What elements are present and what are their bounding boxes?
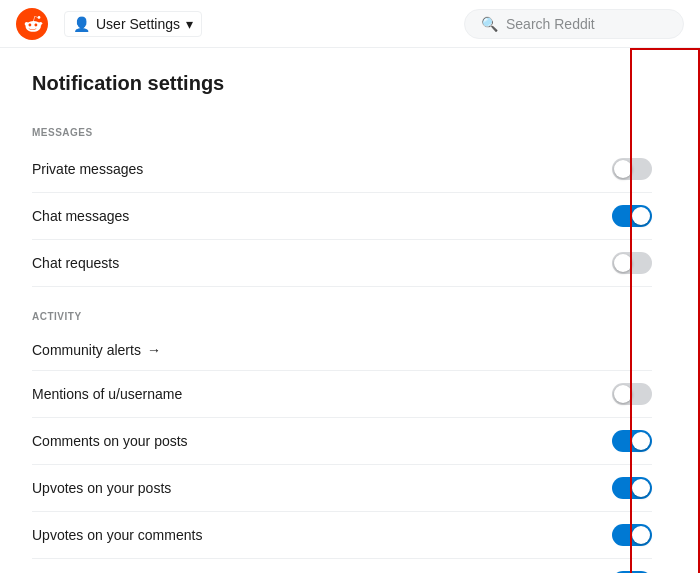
mentions-toggle[interactable] (612, 383, 652, 405)
chat-messages-row: Chat messages (32, 193, 652, 240)
messages-section-label: MESSAGES (32, 119, 652, 142)
comments-on-posts-label: Comments on your posts (32, 433, 188, 449)
dropdown-chevron-icon: ▾ (186, 16, 193, 32)
chat-requests-toggle[interactable] (612, 252, 652, 274)
messages-section: MESSAGES Private messages Chat messages (32, 119, 652, 287)
upvotes-on-comments-label: Upvotes on your comments (32, 527, 202, 543)
reddit-icon (16, 8, 48, 40)
chat-requests-toggle-thumb (614, 254, 632, 272)
upvotes-on-posts-row: Upvotes on your posts (32, 465, 652, 512)
mentions-toggle-thumb (614, 385, 632, 403)
reddit-logo[interactable] (16, 8, 48, 40)
private-messages-label: Private messages (32, 161, 143, 177)
main-content: Notification settings MESSAGES Private m… (0, 48, 700, 573)
activity-section: ACTIVITY Community alerts → Mentions of … (32, 303, 652, 573)
chat-messages-toggle-thumb (632, 207, 650, 225)
header: 👤 User Settings ▾ 🔍 Search Reddit (0, 0, 700, 48)
private-messages-toggle-thumb (614, 160, 632, 178)
upvotes-on-posts-label: Upvotes on your posts (32, 480, 171, 496)
upvotes-on-posts-toggle[interactable] (612, 477, 652, 499)
community-alerts-label: Community alerts (32, 342, 141, 358)
comments-on-posts-toggle-track (612, 430, 652, 452)
community-alerts-arrow-icon: → (147, 342, 161, 358)
chat-messages-label: Chat messages (32, 208, 129, 224)
upvotes-on-comments-row: Upvotes on your comments (32, 512, 652, 559)
comments-on-posts-toggle-thumb (632, 432, 650, 450)
upvotes-on-posts-toggle-track (612, 477, 652, 499)
upvotes-on-comments-toggle-thumb (632, 526, 650, 544)
page-title: Notification settings (32, 72, 652, 95)
chat-messages-toggle-track (612, 205, 652, 227)
private-messages-toggle[interactable] (612, 158, 652, 180)
community-alerts-row[interactable]: Community alerts → (32, 330, 652, 371)
upvotes-on-comments-toggle-track (612, 524, 652, 546)
chat-messages-toggle[interactable] (612, 205, 652, 227)
private-messages-row: Private messages (32, 146, 652, 193)
user-settings-label: User Settings (96, 16, 180, 32)
chat-requests-label: Chat requests (32, 255, 119, 271)
upvotes-on-comments-toggle[interactable] (612, 524, 652, 546)
comments-on-posts-row: Comments on your posts (32, 418, 652, 465)
settings-area: Notification settings MESSAGES Private m… (32, 72, 652, 573)
community-alerts-link[interactable]: Community alerts → (32, 342, 161, 358)
comments-on-posts-toggle[interactable] (612, 430, 652, 452)
search-bar[interactable]: 🔍 Search Reddit (464, 9, 684, 39)
mentions-toggle-track (612, 383, 652, 405)
activity-section-label: ACTIVITY (32, 303, 652, 326)
replies-to-comments-row: Replies to your comments (32, 559, 652, 573)
mentions-row: Mentions of u/username (32, 371, 652, 418)
private-messages-toggle-track (612, 158, 652, 180)
search-placeholder-text: Search Reddit (506, 16, 595, 32)
mentions-label: Mentions of u/username (32, 386, 182, 402)
search-icon: 🔍 (481, 16, 498, 32)
upvotes-on-posts-toggle-thumb (632, 479, 650, 497)
user-avatar-icon: 👤 (73, 16, 90, 32)
user-settings-dropdown[interactable]: 👤 User Settings ▾ (64, 11, 202, 37)
chat-requests-row: Chat requests (32, 240, 652, 287)
chat-requests-toggle-track (612, 252, 652, 274)
